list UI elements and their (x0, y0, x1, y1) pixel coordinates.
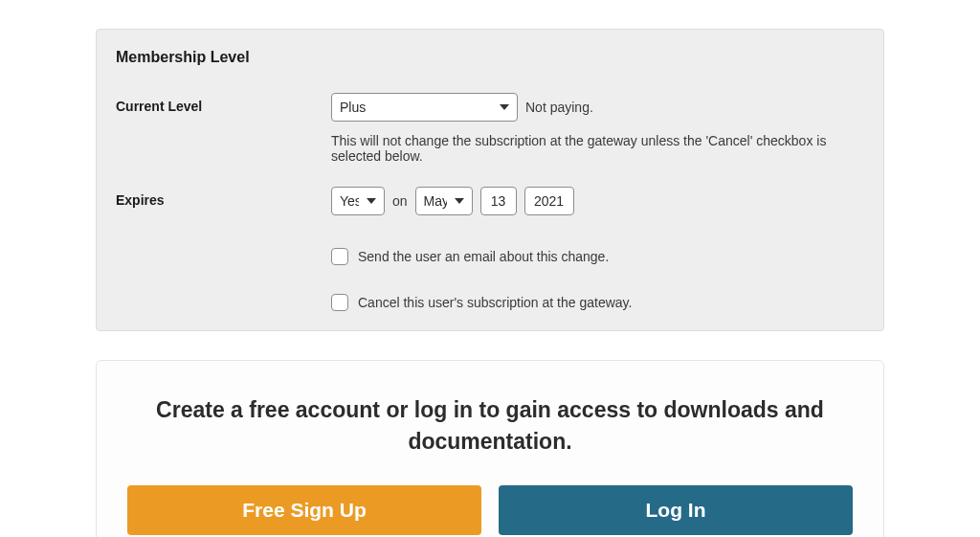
login-button[interactable]: Log In (499, 485, 853, 535)
cancel-subscription-row: Cancel this user's subscription at the g… (331, 294, 864, 311)
signup-panel: Create a free account or log in to gain … (96, 360, 884, 537)
send-email-checkbox[interactable] (331, 248, 348, 265)
membership-panel: Membership Level Current Level Plus Not … (96, 29, 884, 331)
expires-enabled-select[interactable]: Yes (331, 187, 385, 215)
current-level-status: Not paying. (525, 100, 593, 115)
expires-year-input[interactable] (524, 187, 574, 215)
current-level-label: Current Level (116, 93, 331, 114)
current-level-helper: This will not change the subscription at… (331, 133, 864, 164)
checkbox-section: Send the user an email about this change… (331, 248, 864, 311)
button-row: Free Sign Up Log In (127, 485, 853, 535)
cancel-subscription-label: Cancel this user's subscription at the g… (358, 295, 632, 310)
panel-title: Membership Level (116, 49, 864, 66)
current-level-controls: Plus Not paying. This will not change th… (331, 93, 864, 164)
signup-heading: Create a free account or log in to gain … (127, 394, 853, 459)
cancel-subscription-checkbox[interactable] (331, 294, 348, 311)
current-level-select[interactable]: Plus (331, 93, 518, 122)
expires-controls: Yes on May (331, 187, 864, 227)
send-email-label: Send the user an email about this change… (358, 249, 609, 264)
expires-month-select[interactable]: May (415, 187, 473, 215)
expires-label: Expires (116, 187, 331, 208)
expires-on-text: on (392, 193, 408, 209)
expires-day-input[interactable] (480, 187, 517, 215)
expires-row: Expires Yes on May (116, 187, 864, 227)
current-level-row: Current Level Plus Not paying. This will… (116, 93, 864, 164)
free-signup-button[interactable]: Free Sign Up (127, 485, 481, 535)
send-email-row: Send the user an email about this change… (331, 248, 864, 265)
